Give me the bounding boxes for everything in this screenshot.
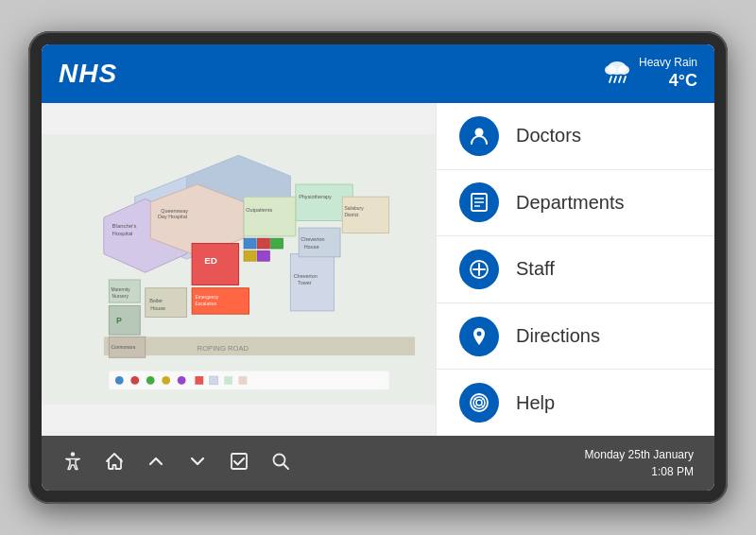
svg-text:Cheverton: Cheverton xyxy=(294,273,318,279)
svg-text:Queensway: Queensway xyxy=(161,208,188,214)
menu-item-help[interactable]: Help xyxy=(437,370,714,436)
svg-rect-48 xyxy=(271,238,284,249)
accessibility-icon[interactable] xyxy=(62,451,83,476)
header: NHS Heavy Rain xyxy=(42,44,714,103)
svg-rect-47 xyxy=(257,238,269,249)
menu-section: Doctors Departments xyxy=(436,103,714,436)
svg-point-72 xyxy=(476,400,482,406)
svg-text:Salisbury: Salisbury xyxy=(344,206,364,211)
svg-text:ED: ED xyxy=(204,256,217,267)
svg-line-5 xyxy=(619,77,621,82)
menu-item-departments[interactable]: Departments xyxy=(437,170,714,237)
doctors-label: Doctors xyxy=(516,125,581,147)
svg-text:Day Hospital: Day Hospital xyxy=(158,214,187,219)
svg-rect-8 xyxy=(104,337,415,355)
svg-rect-20 xyxy=(244,197,296,236)
svg-rect-46 xyxy=(244,238,256,249)
svg-text:Connomara: Connomara xyxy=(112,345,136,350)
directions-icon xyxy=(459,317,499,356)
taskbar-time: 1:08 PM xyxy=(585,463,694,480)
menu-item-doctors[interactable]: Doctors xyxy=(437,103,714,170)
weather-temperature: 4°C xyxy=(639,70,697,92)
svg-text:Blanche's: Blanche's xyxy=(112,223,137,229)
svg-rect-59 xyxy=(224,376,232,385)
taskbar-date: Monday 25th January xyxy=(585,446,694,463)
directions-label: Directions xyxy=(516,325,600,347)
staff-label: Staff xyxy=(516,258,555,280)
svg-point-56 xyxy=(178,376,186,385)
departments-label: Departments xyxy=(516,192,625,214)
departments-icon xyxy=(459,182,499,222)
taskbar-datetime: Monday 25th January 1:08 PM xyxy=(585,446,694,480)
main-content: ROPING ROAD Blanche's Hospital Queensway xyxy=(42,103,714,436)
svg-text:ROPING ROAD: ROPING ROAD xyxy=(198,344,249,353)
nhs-logo: NHS xyxy=(59,59,117,89)
svg-text:House: House xyxy=(304,244,319,250)
svg-point-54 xyxy=(146,376,155,385)
help-label: Help xyxy=(516,392,555,414)
svg-text:Hospital: Hospital xyxy=(112,231,133,236)
help-icon xyxy=(459,383,499,423)
svg-text:P: P xyxy=(116,316,122,325)
svg-point-1 xyxy=(605,65,616,75)
svg-line-6 xyxy=(624,77,626,82)
svg-point-52 xyxy=(115,376,124,385)
svg-text:Outpatients: Outpatients xyxy=(246,207,272,213)
svg-rect-60 xyxy=(239,376,248,385)
home-icon[interactable] xyxy=(104,451,125,476)
svg-line-3 xyxy=(610,77,611,82)
up-icon[interactable] xyxy=(146,451,166,476)
svg-text:House: House xyxy=(150,305,165,311)
svg-text:Cheverton: Cheverton xyxy=(301,236,324,242)
svg-rect-58 xyxy=(210,376,218,385)
staff-icon xyxy=(459,250,499,289)
svg-rect-57 xyxy=(195,376,203,385)
svg-rect-50 xyxy=(257,250,269,261)
weather-condition: Heavy Rain xyxy=(639,56,697,71)
svg-text:Tower: Tower xyxy=(298,280,312,285)
svg-text:Nursery: Nursery xyxy=(112,294,129,299)
svg-line-4 xyxy=(614,77,616,82)
menu-item-staff[interactable]: Staff xyxy=(437,236,714,303)
svg-text:Emergency: Emergency xyxy=(195,295,218,300)
svg-rect-49 xyxy=(244,250,256,261)
weather-info: Heavy Rain 4°C xyxy=(639,56,697,93)
svg-point-53 xyxy=(130,376,139,385)
svg-text:Escalation: Escalation xyxy=(195,302,216,306)
search-icon[interactable] xyxy=(270,451,291,476)
taskbar-icons xyxy=(62,451,291,476)
checklist-icon[interactable] xyxy=(229,451,249,476)
svg-text:District: District xyxy=(344,213,359,217)
weather-widget: Heavy Rain 4°C xyxy=(603,56,697,93)
svg-line-81 xyxy=(284,464,288,469)
menu-item-directions[interactable]: Directions xyxy=(437,303,714,371)
device-screen: NHS Heavy Rain xyxy=(42,44,714,491)
map-section: ROPING ROAD Blanche's Hospital Queensway xyxy=(42,103,436,436)
svg-rect-36 xyxy=(299,228,340,257)
hospital-map-svg: ROPING ROAD Blanche's Hospital Queensway xyxy=(42,103,436,436)
weather-icon xyxy=(603,59,631,89)
svg-point-2 xyxy=(618,65,629,75)
down-icon[interactable] xyxy=(187,451,208,476)
svg-point-69 xyxy=(477,331,482,336)
svg-rect-42 xyxy=(109,305,140,335)
device-frame: NHS Heavy Rain xyxy=(28,31,728,504)
svg-text:Physiotherapy: Physiotherapy xyxy=(299,194,332,199)
doctors-icon xyxy=(459,116,499,156)
svg-text:Boiler: Boiler xyxy=(149,298,163,303)
taskbar: Monday 25th January 1:08 PM xyxy=(42,436,714,491)
svg-text:Maternity: Maternity xyxy=(112,287,131,292)
svg-point-55 xyxy=(162,376,170,385)
svg-point-77 xyxy=(71,452,75,456)
